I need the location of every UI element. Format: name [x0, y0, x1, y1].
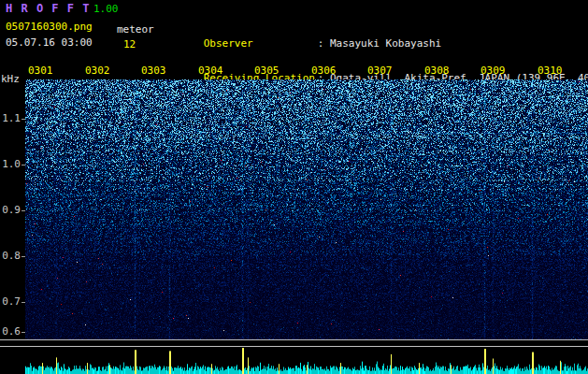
- time-label: 0302: [85, 65, 110, 77]
- time-label: 0310: [538, 65, 563, 77]
- time-label: 0308: [424, 65, 450, 77]
- time-label: 0304: [198, 65, 223, 77]
- station-label: Observer: [204, 37, 318, 50]
- freq-label: 1.1: [0, 113, 21, 124]
- freq-axis-unit: kHz: [1, 74, 20, 85]
- freq-label: 0.8: [0, 251, 21, 262]
- datetime-label: 05.07.16 03:00: [6, 37, 93, 49]
- time-label: 0306: [311, 65, 337, 77]
- hrofft-screen: H R O F F T 1.00 0507160300.png meteor 0…: [0, 0, 588, 374]
- output-filename: 0507160300.png: [6, 22, 93, 33]
- time-label: 0305: [254, 65, 280, 77]
- app-version: 1.00: [93, 4, 119, 15]
- freq-label: 0.7: [0, 296, 21, 308]
- time-label: 0303: [141, 65, 166, 77]
- time-label: 0309: [480, 65, 506, 77]
- freq-label: 0.6: [0, 326, 21, 338]
- station-row-observer: Observer: Masayuki Kobayashi: [166, 25, 588, 37]
- app-title: H R O F F T: [6, 3, 90, 14]
- separator: :: [318, 37, 330, 50]
- time-label: 0307: [367, 65, 393, 77]
- signal-level-canvas: [25, 347, 588, 374]
- station-value: Masayuki Kobayashi: [330, 37, 441, 50]
- freq-label: 0.9: [0, 205, 21, 216]
- mode-label: meteor: [117, 24, 154, 36]
- time-label: 0301: [28, 65, 53, 77]
- spectrogram-canvas: [25, 79, 588, 339]
- freq-label: 1.0: [0, 159, 21, 170]
- echo-count: 12: [123, 39, 136, 50]
- separator-line-upper: [0, 339, 588, 340]
